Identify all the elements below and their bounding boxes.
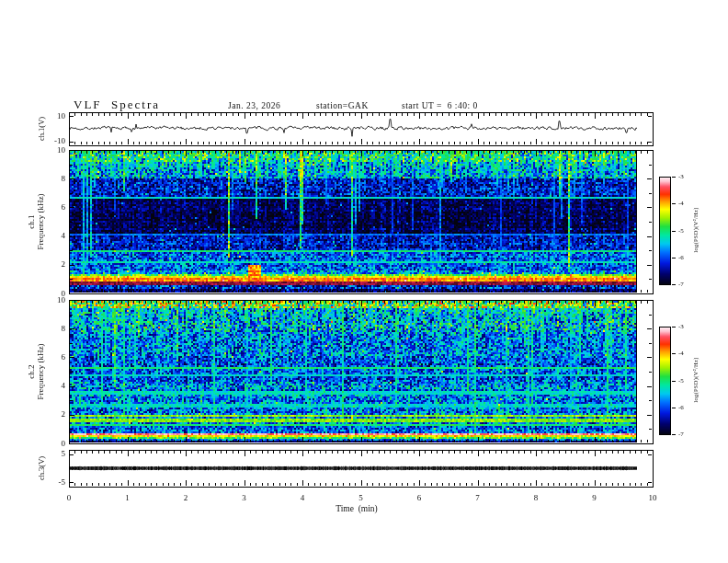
x-tick-label-0: 0 — [67, 493, 72, 502]
colorbar2-psd-label: log(PSD)(V²/Hz) — [692, 357, 699, 402]
colorbar2-tick--5: -5 — [678, 377, 684, 385]
ch1-spectrogram-ytick-6: 6 — [38, 202, 65, 212]
ch2-spectrogram-ytick-4: 4 — [38, 381, 65, 390]
plot-canvas — [0, 0, 728, 563]
x-tick-label-8: 8 — [534, 493, 539, 502]
date-label: Jan. 23, 2026 — [228, 101, 280, 110]
x-tick-label-10: 10 — [649, 493, 657, 502]
ch1-spectrogram-ytick-10: 10 — [38, 145, 65, 155]
colorbar1-tick--6: -6 — [678, 254, 684, 261]
ch2-spectrogram-ytick-0: 0 — [38, 439, 65, 448]
x-tick-label-4: 4 — [301, 493, 305, 502]
x-tick-label-9: 9 — [592, 493, 597, 502]
x-tick-label-2: 2 — [184, 493, 188, 502]
colorbar2-tick--4: -4 — [678, 350, 684, 357]
ch1-wave-ytick-10: 10 — [38, 111, 65, 121]
ch2-spectrogram-ytick-6: 6 — [38, 352, 65, 362]
ch1-spectrogram-ytick-8: 8 — [38, 174, 65, 183]
x-tick-label-5: 5 — [358, 493, 363, 502]
colorbar1-tick--3: -3 — [678, 173, 684, 180]
x-tick-label-1: 1 — [125, 493, 130, 502]
colorbar2-tick--6: -6 — [678, 404, 684, 411]
ch3-ytick-5: 5 — [38, 449, 65, 458]
figure-title: VLF Spectra — [74, 98, 160, 112]
colorbar1-tick--4: -4 — [678, 200, 684, 207]
x-tick-label-7: 7 — [475, 493, 480, 502]
start-ut-label: start UT = 6 :40: 0 — [402, 101, 478, 110]
x-tick-label-3: 3 — [242, 493, 246, 502]
ch2-spectrogram-ytick-2: 2 — [38, 409, 65, 419]
ch2-spectrogram-ytick-10: 10 — [38, 295, 65, 304]
x-tick-label-6: 6 — [417, 493, 422, 502]
ch2-spectrogram-ytick-8: 8 — [38, 324, 65, 333]
colorbar2-tick--3: -3 — [678, 323, 684, 330]
ch1-spectrogram-ytick-2: 2 — [38, 259, 65, 269]
time-axis-label: Time (min) — [336, 504, 378, 513]
colorbar1-tick--5: -5 — [678, 227, 684, 235]
vlf-spectra-figure: VLF Spectra Jan. 23, 2026 station=GAK st… — [0, 0, 728, 563]
ch3-ytick--5: -5 — [38, 477, 65, 487]
ch1-spectrogram-ytick-4: 4 — [38, 231, 65, 240]
colorbar1-psd-label: log(PSD)(V²/Hz) — [692, 207, 699, 252]
colorbar1-tick--7: -7 — [678, 281, 684, 288]
station-label: station=GAK — [316, 101, 369, 110]
colorbar2-tick--7: -7 — [678, 431, 684, 438]
